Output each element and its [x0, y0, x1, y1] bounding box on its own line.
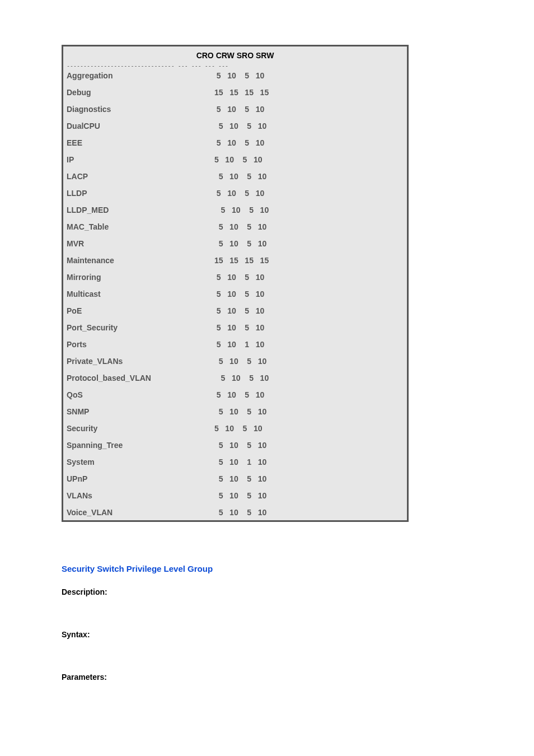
row-values: 5 10 5 10 [212, 357, 404, 366]
row-values: 5 10 5 10 [212, 306, 404, 315]
row-values: 5 10 5 10 [212, 441, 404, 450]
table-row: Spanning_Tree 5 10 5 10 [63, 441, 407, 450]
row-values: 5 10 5 10 [212, 474, 404, 483]
table-row: EEE 5 10 5 10 [63, 138, 407, 147]
row-name: LLDP_MED [67, 206, 212, 214]
table-row: LLDP 5 10 5 10 [63, 189, 407, 198]
row-values: 5 10 5 10 [212, 424, 404, 433]
row-values: 5 10 5 10 [212, 273, 404, 282]
row-name: DualCPU [67, 122, 212, 130]
table-row: Diagnostics 5 10 5 10 [63, 105, 407, 114]
table-row: VLANs 5 10 5 10 [63, 491, 407, 500]
table-row: QoS 5 10 5 10 [63, 390, 407, 399]
row-values: 5 10 5 10 [212, 105, 404, 114]
row-values: 5 10 5 10 [212, 222, 404, 231]
row-name: VLANs [67, 491, 212, 500]
table-row: Multicast 5 10 5 10 [63, 290, 407, 298]
table-row: Port_Security 5 10 5 10 [63, 323, 407, 332]
row-values: 5 10 1 10 [212, 340, 404, 349]
row-name: Debug [67, 88, 212, 97]
row-name: UPnP [67, 474, 212, 483]
table-row: Protocol_based_VLAN 5 10 5 10 [63, 374, 407, 382]
row-values: 5 10 5 10 [212, 71, 404, 80]
row-name: EEE [67, 138, 212, 147]
table-row: MAC_Table 5 10 5 10 [63, 222, 407, 231]
row-values: 5 10 5 10 [212, 122, 404, 130]
table-row: Ports 5 10 1 10 [63, 340, 407, 349]
row-name: MAC_Table [67, 222, 212, 231]
row-name: Multicast [67, 290, 212, 298]
table-row: Security 5 10 5 10 [63, 424, 407, 433]
row-values: 5 10 5 10 [212, 155, 404, 164]
table-row: Debug 15 15 15 15 [63, 88, 407, 97]
row-name: Private_VLANs [67, 357, 212, 366]
row-values: 5 10 5 10 [212, 390, 404, 399]
table-row: MVR 5 10 5 10 [63, 239, 407, 248]
table-row: Maintenance 15 15 15 15 [63, 256, 407, 265]
label-description: Description: [62, 587, 472, 596]
row-name: Port_Security [67, 323, 212, 332]
row-values: 5 10 5 10 [212, 491, 404, 500]
row-name: Maintenance [67, 256, 212, 265]
label-parameters: Parameters: [62, 673, 472, 682]
table-row: SNMP 5 10 5 10 [63, 407, 407, 416]
table-row: IP 5 10 5 10 [63, 155, 407, 164]
row-values: 5 10 1 10 [212, 458, 404, 466]
table-row: PoE 5 10 5 10 [63, 306, 407, 315]
row-values: 5 10 5 10 [212, 407, 404, 416]
row-values: 5 10 5 10 [212, 189, 404, 198]
table-row: Mirroring 5 10 5 10 [63, 273, 407, 282]
row-values: 5 10 5 10 [212, 508, 404, 517]
label-syntax: Syntax: [62, 630, 472, 639]
row-values: 5 10 5 10 [212, 239, 404, 248]
table-row: LLDP_MED 5 10 5 10 [63, 206, 407, 214]
row-values: 5 10 5 10 [212, 172, 404, 181]
section-title: Security Switch Privilege Level Group [62, 564, 472, 573]
row-name: QoS [67, 390, 212, 399]
row-name: Mirroring [67, 273, 212, 282]
table-row: Voice_VLAN 5 10 5 10 [63, 508, 407, 517]
row-name: LLDP [67, 189, 212, 198]
row-name: PoE [67, 306, 212, 315]
row-name: Security [67, 424, 212, 433]
row-name: SNMP [67, 407, 212, 416]
table-row: Private_VLANs 5 10 5 10 [63, 357, 407, 366]
table-header: CRO CRW SRO SRW [63, 46, 407, 63]
table-row: Aggregation 5 10 5 10 [63, 71, 407, 80]
row-values: 5 10 5 10 [212, 323, 404, 332]
row-values: 5 10 5 10 [212, 138, 404, 147]
row-name: Diagnostics [67, 105, 212, 114]
row-name: Spanning_Tree [67, 441, 212, 450]
row-name: LACP [67, 172, 212, 181]
table-row: System 5 10 1 10 [63, 458, 407, 466]
row-values: 5 10 5 10 [212, 206, 404, 214]
row-values: 5 10 5 10 [212, 290, 404, 298]
table-row: LACP 5 10 5 10 [63, 172, 407, 181]
row-values: 5 10 5 10 [212, 374, 404, 382]
row-name: System [67, 458, 212, 466]
row-values: 15 15 15 15 [212, 88, 404, 97]
row-name: Voice_VLAN [67, 508, 212, 517]
row-name: IP [67, 155, 212, 164]
table-divider: -------------------------------- --- ---… [63, 63, 407, 71]
privilege-table: CRO CRW SRO SRW ------------------------… [62, 45, 409, 522]
table-row: UPnP 5 10 5 10 [63, 474, 407, 483]
table-row: DualCPU 5 10 5 10 [63, 122, 407, 130]
row-name: Protocol_based_VLAN [67, 374, 212, 382]
row-name: Aggregation [67, 71, 212, 80]
row-name: MVR [67, 239, 212, 248]
row-values: 15 15 15 15 [212, 256, 404, 265]
row-name: Ports [67, 340, 212, 349]
